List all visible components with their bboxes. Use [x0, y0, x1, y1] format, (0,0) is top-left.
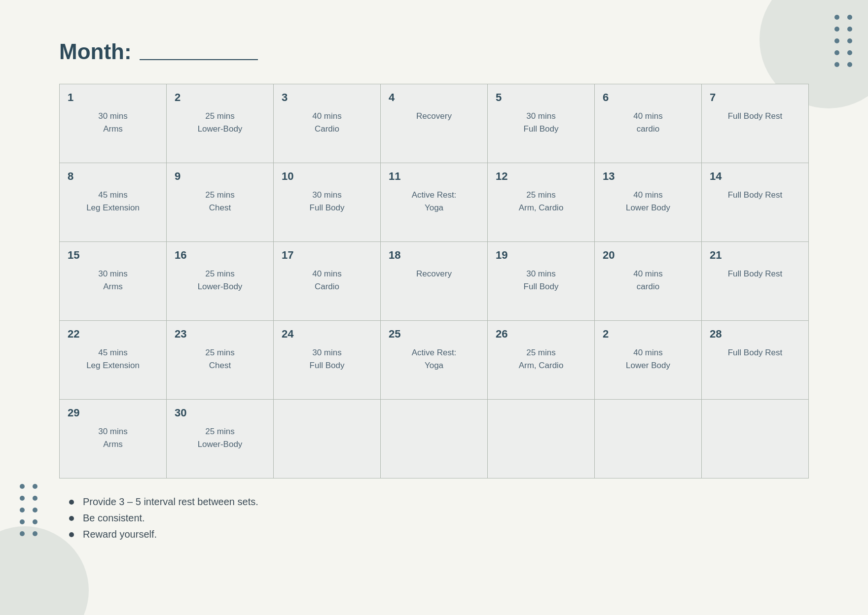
day-activity: 30 minsFull Body: [282, 189, 372, 214]
day-activity: 40 minsCardio: [282, 268, 372, 293]
day-number: 14: [710, 170, 800, 183]
month-line: [140, 59, 258, 60]
calendar-cell: 1930 minsFull Body: [488, 242, 595, 321]
calendar-cell: 2245 minsLeg Extension: [60, 321, 167, 400]
day-activity: 30 minsFull Body: [496, 268, 586, 293]
calendar-cell: 530 minsFull Body: [488, 84, 595, 163]
calendar-cell: 1740 minsCardio: [274, 242, 381, 321]
calendar-cell: 21Full Body Rest: [702, 242, 809, 321]
month-title: Month:: [59, 39, 132, 64]
calendar-cell: 225 minsLower-Body: [167, 84, 274, 163]
note-item: Provide 3 – 5 interval rest between sets…: [69, 496, 809, 508]
calendar-cell: 130 minsArms: [60, 84, 167, 163]
day-activity: Full Body Rest: [710, 110, 800, 123]
day-number: 17: [282, 249, 372, 262]
day-number: 6: [603, 91, 693, 104]
day-number: 30: [175, 407, 265, 419]
day-number: 21: [710, 249, 800, 262]
calendar-cell: 14Full Body Rest: [702, 163, 809, 242]
day-activity: 30 minsArms: [68, 268, 158, 293]
day-number: 26: [496, 328, 586, 341]
calendar-cell: [595, 400, 702, 478]
calendar-cell: 240 minsLower Body: [595, 321, 702, 400]
day-number: 3: [282, 91, 372, 104]
day-activity: Active Rest:Yoga: [389, 346, 479, 372]
day-number: 22: [68, 328, 158, 341]
calendar-cell: 3025 minsLower-Body: [167, 400, 274, 478]
day-number: 2: [603, 328, 693, 341]
calendar-cell: [381, 400, 488, 478]
calendar-cell: 2325 minsChest: [167, 321, 274, 400]
note-item: Be consistent.: [69, 512, 809, 524]
day-activity: 30 minsArms: [68, 425, 158, 450]
calendar-cell: [488, 400, 595, 478]
calendar-cell: 2930 minsArms: [60, 400, 167, 478]
day-activity: 30 minsArms: [68, 110, 158, 135]
calendar-cell: 25Active Rest:Yoga: [381, 321, 488, 400]
calendar-cell: 2040 minscardio: [595, 242, 702, 321]
day-activity: 25 minsLower-Body: [175, 110, 265, 135]
day-number: 28: [710, 328, 800, 341]
calendar-cell: 925 minsChest: [167, 163, 274, 242]
calendar-cell: 340 minsCardio: [274, 84, 381, 163]
header: Month:: [59, 39, 809, 64]
calendar-cell: 2625 minsArm, Cardio: [488, 321, 595, 400]
day-number: 16: [175, 249, 265, 262]
calendar-cell: 1225 minsArm, Cardio: [488, 163, 595, 242]
day-number: 11: [389, 170, 479, 183]
calendar-cell: 28Full Body Rest: [702, 321, 809, 400]
calendar-cell: 1625 minsLower-Body: [167, 242, 274, 321]
notes-list: Provide 3 – 5 interval rest between sets…: [69, 496, 809, 540]
day-number: 25: [389, 328, 479, 341]
day-activity: 25 minsArm, Cardio: [496, 346, 586, 372]
day-activity: 30 minsFull Body: [282, 346, 372, 372]
day-activity: 25 minsLower-Body: [175, 425, 265, 450]
calendar-cell: 845 minsLeg Extension: [60, 163, 167, 242]
calendar-cell: 2430 minsFull Body: [274, 321, 381, 400]
day-activity: Recovery: [389, 110, 479, 123]
day-number: 5: [496, 91, 586, 104]
day-number: 20: [603, 249, 693, 262]
calendar-cell: 1030 minsFull Body: [274, 163, 381, 242]
calendar-cell: [702, 400, 809, 478]
day-activity: 45 minsLeg Extension: [68, 189, 158, 214]
day-number: 12: [496, 170, 586, 183]
day-activity: Full Body Rest: [710, 346, 800, 359]
day-number: 2: [175, 91, 265, 104]
day-activity: 45 minsLeg Extension: [68, 346, 158, 372]
calendar-cell: 640 minscardio: [595, 84, 702, 163]
calendar-table: 130 minsArms225 minsLower-Body340 minsCa…: [59, 84, 809, 478]
notes-section: Provide 3 – 5 interval rest between sets…: [59, 496, 809, 540]
calendar-cell: 1340 minsLower Body: [595, 163, 702, 242]
day-activity: Active Rest:Yoga: [389, 189, 479, 214]
day-activity: 30 minsFull Body: [496, 110, 586, 135]
calendar-cell: 1530 minsArms: [60, 242, 167, 321]
day-number: 9: [175, 170, 265, 183]
day-number: 15: [68, 249, 158, 262]
calendar-cell: 4Recovery: [381, 84, 488, 163]
day-activity: 40 minsCardio: [282, 110, 372, 135]
note-item: Reward yourself.: [69, 529, 809, 540]
day-activity: Full Body Rest: [710, 268, 800, 280]
main-content: Month: 130 minsArms225 minsLower-Body340…: [0, 0, 868, 575]
day-activity: Recovery: [389, 268, 479, 280]
day-number: 23: [175, 328, 265, 341]
day-activity: Full Body Rest: [710, 189, 800, 202]
day-activity: 40 minscardio: [603, 268, 693, 293]
day-number: 8: [68, 170, 158, 183]
day-number: 13: [603, 170, 693, 183]
calendar-cell: 11Active Rest:Yoga: [381, 163, 488, 242]
day-number: 19: [496, 249, 586, 262]
day-activity: 25 minsLower-Body: [175, 268, 265, 293]
day-activity: 40 minsLower Body: [603, 189, 693, 214]
day-number: 4: [389, 91, 479, 104]
calendar-cell: 7Full Body Rest: [702, 84, 809, 163]
day-number: 18: [389, 249, 479, 262]
day-number: 29: [68, 407, 158, 419]
day-number: 1: [68, 91, 158, 104]
calendar-cell: [274, 400, 381, 478]
day-number: 7: [710, 91, 800, 104]
day-number: 24: [282, 328, 372, 341]
day-activity: 25 minsChest: [175, 346, 265, 372]
day-activity: 40 minscardio: [603, 110, 693, 135]
